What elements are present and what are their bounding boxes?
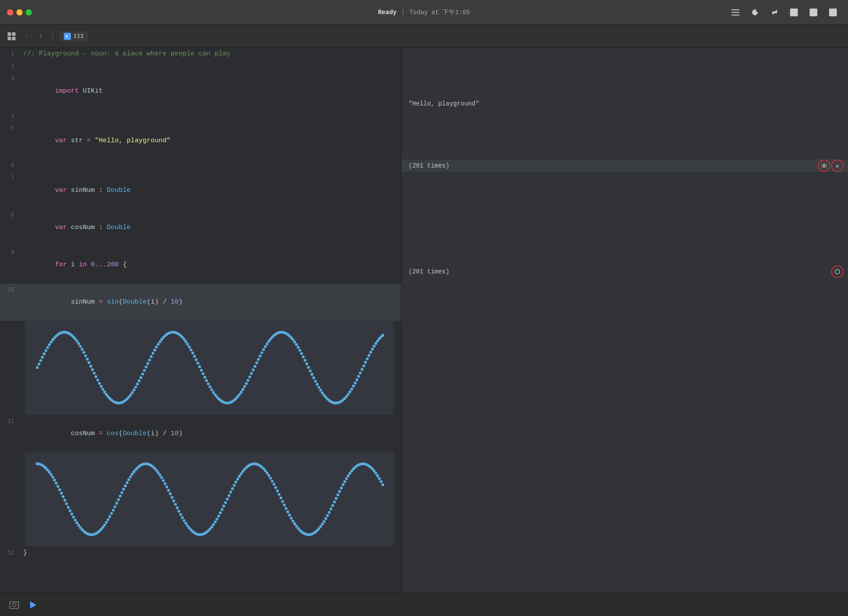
svg-point-84 bbox=[157, 343, 159, 346]
svg-point-358 bbox=[281, 500, 284, 503]
svg-point-298 bbox=[178, 510, 180, 512]
lines-button[interactable] bbox=[727, 6, 743, 19]
svg-point-40 bbox=[81, 348, 83, 351]
svg-point-349 bbox=[266, 472, 268, 474]
svg-point-255 bbox=[103, 523, 106, 526]
line-num-6: 6 bbox=[0, 160, 21, 172]
svg-point-263 bbox=[117, 498, 120, 501]
svg-point-254 bbox=[101, 526, 104, 529]
layout2-button[interactable] bbox=[805, 6, 821, 19]
svg-point-46 bbox=[91, 368, 94, 371]
sin-times-label: (201 times) bbox=[408, 162, 449, 169]
cos-record-button[interactable] bbox=[831, 265, 844, 278]
result-sin-row: (201 times) ✕ bbox=[401, 160, 848, 172]
svg-point-170 bbox=[305, 363, 308, 365]
result-cos-row: (201 times) bbox=[401, 265, 848, 278]
svg-point-148 bbox=[267, 340, 270, 343]
close-button[interactable] bbox=[7, 9, 13, 16]
svg-point-201 bbox=[359, 371, 362, 374]
line-num-8: 8 bbox=[0, 209, 21, 222]
svg-point-257 bbox=[107, 518, 109, 521]
play-icon bbox=[30, 601, 36, 608]
svg-point-229 bbox=[58, 488, 61, 491]
svg-point-395 bbox=[345, 477, 348, 480]
svg-point-389 bbox=[335, 497, 338, 500]
svg-point-85 bbox=[159, 340, 161, 343]
svg-rect-2 bbox=[731, 15, 739, 16]
cos-chart-container bbox=[25, 452, 394, 546]
str-result-value: "Hello, playground" bbox=[408, 100, 479, 107]
nav-forward-button[interactable]: › bbox=[35, 31, 46, 42]
svg-point-45 bbox=[89, 365, 92, 367]
enter-button[interactable] bbox=[766, 6, 782, 19]
code-line-8: 8 var cosNum : Double bbox=[0, 209, 401, 246]
line-num-3: 3 bbox=[0, 73, 21, 85]
refresh-button[interactable] bbox=[747, 6, 763, 19]
layout1-button[interactable] bbox=[786, 6, 802, 19]
svg-point-101 bbox=[186, 343, 189, 345]
layout3-button[interactable] bbox=[825, 6, 841, 19]
svg-point-197 bbox=[352, 385, 355, 387]
svg-point-206 bbox=[368, 354, 370, 357]
svg-point-295 bbox=[172, 499, 175, 502]
tab-111[interactable]: ▶ 111 bbox=[59, 31, 88, 42]
svg-point-416 bbox=[381, 483, 384, 486]
svg-point-420 bbox=[12, 603, 16, 607]
svg-point-177 bbox=[318, 386, 320, 389]
svg-point-108 bbox=[198, 365, 201, 368]
enter-icon bbox=[770, 8, 778, 16]
svg-point-141 bbox=[255, 362, 258, 364]
nav-back-button[interactable]: ‹ bbox=[21, 31, 32, 42]
line-num-1: 1 bbox=[0, 48, 21, 60]
svg-rect-1 bbox=[731, 12, 739, 13]
sin-eye-button[interactable] bbox=[818, 160, 830, 172]
svg-point-193 bbox=[345, 395, 348, 398]
code-editor[interactable]: 1 //: Playground – noun: a place where p… bbox=[0, 48, 401, 593]
sin-chart-spacer bbox=[401, 172, 848, 265]
sin-close-button[interactable]: ✕ bbox=[831, 160, 844, 172]
grid-view-button[interactable] bbox=[5, 30, 18, 43]
titlebar-right bbox=[727, 6, 841, 19]
svg-point-348 bbox=[264, 469, 267, 472]
photo-button[interactable] bbox=[7, 598, 21, 612]
svg-point-411 bbox=[373, 470, 375, 472]
lines-icon bbox=[731, 8, 739, 16]
svg-point-230 bbox=[60, 492, 62, 495]
svg-point-302 bbox=[184, 522, 187, 525]
svg-point-350 bbox=[267, 474, 270, 477]
svg-point-36 bbox=[74, 338, 77, 340]
svg-point-22 bbox=[50, 341, 52, 343]
svg-point-353 bbox=[272, 483, 275, 485]
code-text-11: cosNum = cos(Double(i) / 10) bbox=[21, 415, 401, 452]
results-panel: "Hello, playground" (201 times) ✕ bbox=[401, 48, 848, 593]
svg-point-137 bbox=[249, 375, 251, 378]
play-button[interactable] bbox=[27, 599, 39, 611]
svg-point-324 bbox=[222, 505, 225, 507]
maximize-button[interactable] bbox=[26, 9, 32, 16]
svg-point-204 bbox=[364, 361, 367, 363]
result-str: "Hello, playground" bbox=[401, 97, 848, 110]
svg-point-195 bbox=[349, 390, 351, 393]
svg-point-317 bbox=[210, 526, 213, 528]
code-line-12: 12 } bbox=[0, 547, 401, 559]
code-text-1: //: Playground – noun: a place where peo… bbox=[21, 48, 401, 60]
titlebar: Ready | Today at 下午1:05 bbox=[0, 0, 848, 25]
svg-point-360 bbox=[284, 507, 287, 510]
minimize-button[interactable] bbox=[16, 9, 23, 16]
result-spacer-8 bbox=[401, 147, 848, 160]
svg-point-380 bbox=[319, 525, 322, 528]
svg-rect-9 bbox=[8, 32, 11, 36]
svg-point-322 bbox=[219, 511, 222, 514]
code-text-10: sinNum = sin(Double(i) / 10) bbox=[21, 284, 401, 321]
layout2-icon bbox=[809, 8, 817, 16]
svg-point-99 bbox=[183, 338, 185, 340]
svg-point-294 bbox=[171, 496, 173, 499]
svg-point-232 bbox=[63, 499, 66, 502]
nav-separator: | bbox=[51, 32, 55, 40]
code-line-9: 9 for i in 0...200 { bbox=[0, 246, 401, 284]
svg-point-147 bbox=[266, 343, 268, 345]
code-line-3: 3 import UIKit bbox=[0, 73, 401, 110]
svg-point-290 bbox=[163, 482, 166, 485]
svg-point-168 bbox=[302, 355, 304, 358]
svg-point-140 bbox=[253, 365, 256, 368]
